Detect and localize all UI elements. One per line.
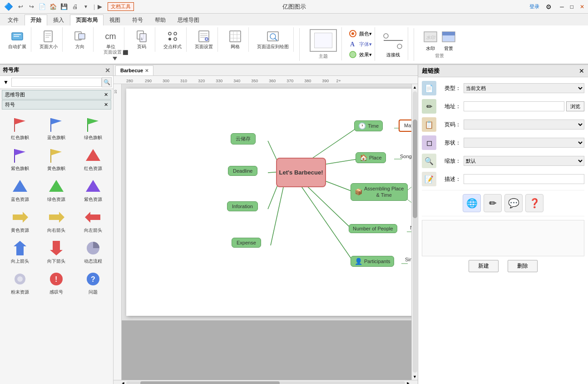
- page-canvas[interactable]: Let's Barbecue! 云储存 Deadline: [126, 89, 411, 316]
- auto-expand-btn[interactable]: 自动扩展: [6, 28, 28, 51]
- unit-btn[interactable]: cm 单位: [101, 28, 121, 51]
- list-item[interactable]: ! 感叹号: [39, 268, 74, 297]
- settings-btn[interactable]: ⚙: [546, 3, 552, 10]
- list-item[interactable]: ? 问题: [76, 268, 110, 297]
- dropdown-btn[interactable]: ▼: [81, 2, 91, 12]
- new-hyperlink-btn[interactable]: 新建: [469, 260, 499, 272]
- list-item[interactable]: 黄色旗帜: [39, 145, 74, 174]
- globe-icon-btn[interactable]: 🌐: [463, 194, 481, 212]
- scroll-right-btn[interactable]: ►: [405, 380, 411, 384]
- theme-preview[interactable]: [310, 29, 337, 52]
- node-assembling[interactable]: 📦 Assembling Place& Time: [351, 183, 408, 201]
- canvas-tab-barbecue[interactable]: Barbecue ✕: [115, 65, 153, 75]
- save-btn[interactable]: 💾: [59, 2, 69, 12]
- login-btn[interactable]: 登录: [529, 3, 539, 10]
- list-item[interactable]: 绿色资源: [39, 175, 74, 204]
- minimize-btn[interactable]: ─: [560, 4, 564, 10]
- list-item[interactable]: 绿色旗帜: [76, 114, 110, 143]
- chat-icon-btn[interactable]: 💬: [504, 194, 523, 212]
- list-item[interactable]: 向上箭头: [3, 237, 37, 266]
- scroll-up-btn[interactable]: ▲: [412, 84, 418, 90]
- close-btn[interactable]: ✕: [580, 4, 584, 10]
- node-participants-value[interactable]: Single youths under 40: [404, 256, 411, 263]
- node-expense[interactable]: Expense: [232, 238, 261, 248]
- section-mind-map-close[interactable]: ✕: [104, 92, 108, 98]
- list-item[interactable]: 紫色旗帜: [3, 145, 37, 174]
- node-place-value[interactable]: Songkla Beach: [399, 152, 411, 160]
- scroll-left-btn[interactable]: ◄: [120, 380, 126, 384]
- new-btn[interactable]: 📄: [37, 2, 47, 12]
- node-deadline[interactable]: Deadline: [228, 166, 257, 176]
- type-select[interactable]: 当前文档: [464, 83, 584, 93]
- cross-style-btn[interactable]: 交点样式: [162, 28, 183, 51]
- list-item[interactable]: 蓝色资源: [3, 175, 37, 204]
- help-icon-btn[interactable]: ❓: [525, 194, 544, 212]
- section-symbol[interactable]: 符号 ✕: [2, 100, 111, 110]
- tab-view[interactable]: 视图: [104, 15, 126, 25]
- address-input[interactable]: [464, 101, 564, 111]
- zoom-select[interactable]: 默认: [464, 156, 584, 166]
- tab-start[interactable]: 开始: [25, 15, 47, 25]
- page-settings-btn[interactable]: 页面设置: [193, 28, 215, 51]
- page-size-btn[interactable]: 页面大小: [38, 28, 59, 51]
- vertical-scrollbar[interactable]: ▲ ▼: [411, 84, 418, 380]
- node-information[interactable]: Inforation: [227, 201, 258, 211]
- fit-page-btn[interactable]: 页面适应到绘图: [255, 28, 291, 51]
- v-scroll-thumb[interactable]: [413, 120, 417, 218]
- hyperlink-close-btn[interactable]: ✕: [579, 67, 584, 75]
- dropdown-icon[interactable]: ▼: [1, 78, 10, 87]
- node-place[interactable]: 🏠 Place: [356, 152, 386, 163]
- list-item[interactable]: 红色旗帜: [3, 114, 37, 143]
- grid-btn[interactable]: 网格: [225, 28, 245, 51]
- canvas-scroll-area[interactable]: Let's Barbecue! 云储存 Deadline: [122, 84, 411, 380]
- node-participants[interactable]: 👤 Participants: [351, 256, 394, 267]
- page-setup-expand-btn[interactable]: [113, 56, 117, 63]
- list-item[interactable]: 红色资源: [76, 145, 110, 174]
- list-item[interactable]: 黄色资源: [3, 206, 37, 235]
- search-btn[interactable]: 🔍: [102, 77, 112, 87]
- undo-btn[interactable]: ↩: [15, 2, 25, 12]
- list-item[interactable]: 动态流程: [76, 237, 110, 266]
- maximize-btn[interactable]: □: [570, 4, 573, 10]
- effect-btn[interactable]: 效果▾: [348, 50, 372, 59]
- color-btn[interactable]: 颜色▾: [348, 29, 372, 38]
- hyperlink-text-area[interactable]: [422, 220, 584, 256]
- print-btn[interactable]: 🖨: [70, 2, 80, 12]
- watermark-btn[interactable]: 水印 水印: [422, 29, 439, 52]
- list-item[interactable]: 蓝色旗帜: [39, 114, 74, 143]
- page-num-btn[interactable]: 1 页码: [132, 28, 152, 51]
- tab-page-layout[interactable]: 页面布局: [70, 15, 104, 25]
- list-item[interactable]: 向下箭头: [39, 237, 74, 266]
- list-item[interactable]: 向左箭头: [76, 206, 110, 235]
- node-number-value[interactable]: No limit: [409, 224, 411, 231]
- edit-icon-btn[interactable]: ✏: [484, 194, 502, 212]
- tab-symbol[interactable]: 符号: [126, 15, 149, 25]
- scroll-down-btn[interactable]: ▼: [412, 374, 418, 380]
- search-input[interactable]: [11, 78, 102, 87]
- tab-file[interactable]: 文件: [2, 15, 25, 25]
- node-center[interactable]: Let's Barbecue!: [276, 158, 326, 187]
- font-btn[interactable]: A 字体▾: [348, 40, 372, 49]
- node-number[interactable]: Number of People: [349, 224, 397, 233]
- browse-btn[interactable]: 浏览: [566, 101, 584, 111]
- direction-btn[interactable]: 方向: [70, 28, 90, 51]
- home-btn[interactable]: 🏠: [48, 2, 58, 12]
- tab-insert[interactable]: 插入: [47, 15, 70, 25]
- tab-mind-map[interactable]: 思维导图: [172, 15, 205, 25]
- connector-btn[interactable]: 连接线: [381, 29, 405, 58]
- list-item[interactable]: 紫色资源: [76, 175, 110, 204]
- desc-input[interactable]: [464, 174, 584, 184]
- canvas-tab-close[interactable]: ✕: [145, 68, 148, 73]
- node-cloud-storage[interactable]: 云储存: [231, 133, 256, 145]
- symbol-lib-close[interactable]: ✕: [105, 67, 110, 74]
- node-time-value[interactable]: May 15th, 2014 10:00 am: [399, 120, 411, 132]
- bg-btn[interactable]: 背景: [440, 29, 457, 52]
- list-item[interactable]: 粉末资源: [3, 268, 37, 297]
- tab-help[interactable]: 帮助: [149, 15, 172, 25]
- h-scroll-thumb[interactable]: [140, 381, 280, 384]
- section-mind-map[interactable]: 思维导图 ✕: [2, 90, 111, 100]
- node-time[interactable]: 🕐 Time: [354, 120, 383, 131]
- list-item[interactable]: 向右箭头: [39, 206, 74, 235]
- shape-select[interactable]: [464, 138, 584, 148]
- delete-hyperlink-btn[interactable]: 删除: [508, 260, 538, 272]
